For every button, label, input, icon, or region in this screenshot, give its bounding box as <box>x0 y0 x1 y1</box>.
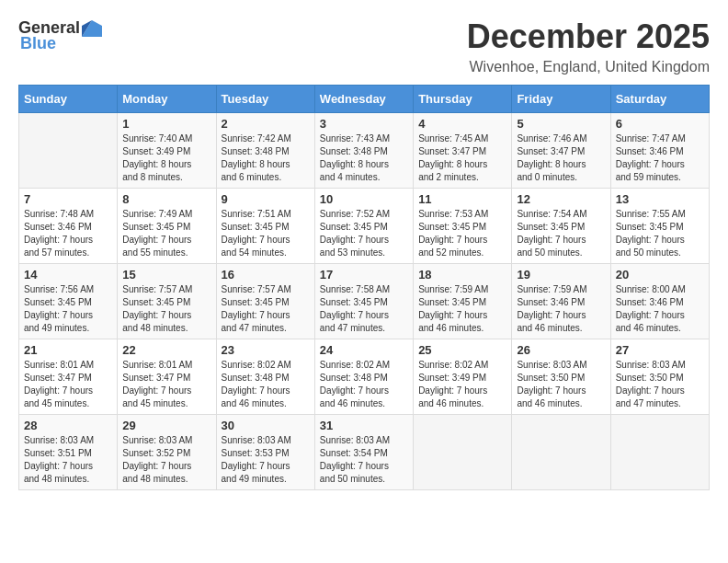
day-info: Sunrise: 7:56 AM Sunset: 3:45 PM Dayligh… <box>24 283 112 335</box>
column-header-friday: Friday <box>512 85 610 112</box>
column-header-monday: Monday <box>118 85 216 112</box>
calendar-cell: 3Sunrise: 7:43 AM Sunset: 3:48 PM Daylig… <box>314 112 413 188</box>
calendar-cell <box>414 414 512 489</box>
calendar-cell: 22Sunrise: 8:01 AM Sunset: 3:47 PM Dayli… <box>118 339 216 414</box>
day-number: 15 <box>122 268 210 282</box>
day-info: Sunrise: 8:01 AM Sunset: 3:47 PM Dayligh… <box>24 359 112 410</box>
day-number: 23 <box>222 343 310 357</box>
column-header-thursday: Thursday <box>414 85 512 112</box>
calendar-cell: 5Sunrise: 7:46 AM Sunset: 3:47 PM Daylig… <box>512 112 610 188</box>
day-number: 30 <box>222 419 310 432</box>
day-number: 12 <box>517 192 605 206</box>
column-header-tuesday: Tuesday <box>216 85 314 112</box>
day-number: 14 <box>24 268 112 282</box>
day-number: 5 <box>517 117 605 131</box>
page-header: General Blue December 2025 Wivenhoe, Eng… <box>18 18 710 75</box>
day-number: 24 <box>320 343 408 357</box>
day-number: 16 <box>222 268 310 282</box>
calendar-week-row: 7Sunrise: 7:48 AM Sunset: 3:46 PM Daylig… <box>19 188 710 263</box>
title-section: December 2025 Wivenhoe, England, United … <box>467 18 710 75</box>
column-header-wednesday: Wednesday <box>314 85 413 112</box>
calendar-cell: 16Sunrise: 7:57 AM Sunset: 3:45 PM Dayli… <box>216 263 314 339</box>
calendar-cell: 20Sunrise: 8:00 AM Sunset: 3:46 PM Dayli… <box>610 263 709 339</box>
calendar-cell: 17Sunrise: 7:58 AM Sunset: 3:45 PM Dayli… <box>314 263 413 339</box>
day-number: 19 <box>517 268 605 282</box>
day-info: Sunrise: 7:43 AM Sunset: 3:48 PM Dayligh… <box>320 132 408 184</box>
calendar-table: SundayMondayTuesdayWednesdayThursdayFrid… <box>18 85 710 490</box>
day-number: 28 <box>24 419 112 432</box>
day-number: 29 <box>122 419 210 432</box>
logo-icon <box>82 20 102 37</box>
day-number: 21 <box>24 343 112 357</box>
day-number: 10 <box>320 192 408 206</box>
calendar-cell: 7Sunrise: 7:48 AM Sunset: 3:46 PM Daylig… <box>19 188 118 263</box>
day-number: 7 <box>24 192 112 206</box>
day-number: 22 <box>122 343 210 357</box>
calendar-cell: 27Sunrise: 8:03 AM Sunset: 3:50 PM Dayli… <box>610 339 709 414</box>
calendar-cell: 29Sunrise: 8:03 AM Sunset: 3:52 PM Dayli… <box>118 414 216 489</box>
day-info: Sunrise: 8:02 AM Sunset: 3:48 PM Dayligh… <box>222 359 310 410</box>
day-info: Sunrise: 8:03 AM Sunset: 3:51 PM Dayligh… <box>24 434 112 486</box>
calendar-cell: 14Sunrise: 7:56 AM Sunset: 3:45 PM Dayli… <box>19 263 118 339</box>
day-info: Sunrise: 7:57 AM Sunset: 3:45 PM Dayligh… <box>222 283 310 335</box>
day-number: 6 <box>616 117 704 131</box>
calendar-week-row: 14Sunrise: 7:56 AM Sunset: 3:45 PM Dayli… <box>19 263 710 339</box>
day-info: Sunrise: 8:02 AM Sunset: 3:48 PM Dayligh… <box>320 359 408 410</box>
calendar-cell: 30Sunrise: 8:03 AM Sunset: 3:53 PM Dayli… <box>216 414 314 489</box>
calendar-week-row: 28Sunrise: 8:03 AM Sunset: 3:51 PM Dayli… <box>19 414 710 489</box>
calendar-cell: 11Sunrise: 7:53 AM Sunset: 3:45 PM Dayli… <box>414 188 512 263</box>
day-number: 3 <box>320 117 408 131</box>
day-info: Sunrise: 8:03 AM Sunset: 3:50 PM Dayligh… <box>517 359 605 410</box>
day-number: 31 <box>320 419 408 432</box>
calendar-cell: 28Sunrise: 8:03 AM Sunset: 3:51 PM Dayli… <box>19 414 118 489</box>
location: Wivenhoe, England, United Kingdom <box>467 59 710 75</box>
day-info: Sunrise: 7:46 AM Sunset: 3:47 PM Dayligh… <box>517 132 605 184</box>
day-info: Sunrise: 7:54 AM Sunset: 3:45 PM Dayligh… <box>517 208 605 259</box>
calendar-cell: 21Sunrise: 8:01 AM Sunset: 3:47 PM Dayli… <box>19 339 118 414</box>
day-info: Sunrise: 7:49 AM Sunset: 3:45 PM Dayligh… <box>122 208 210 259</box>
logo: General Blue <box>18 18 102 53</box>
day-info: Sunrise: 8:03 AM Sunset: 3:52 PM Dayligh… <box>122 434 210 486</box>
day-number: 4 <box>418 117 506 131</box>
calendar-cell: 6Sunrise: 7:47 AM Sunset: 3:46 PM Daylig… <box>610 112 709 188</box>
day-info: Sunrise: 7:57 AM Sunset: 3:45 PM Dayligh… <box>122 283 210 335</box>
calendar-cell <box>610 414 709 489</box>
calendar-cell: 19Sunrise: 7:59 AM Sunset: 3:46 PM Dayli… <box>512 263 610 339</box>
calendar-cell: 10Sunrise: 7:52 AM Sunset: 3:45 PM Dayli… <box>314 188 413 263</box>
day-number: 8 <box>122 192 210 206</box>
day-info: Sunrise: 7:58 AM Sunset: 3:45 PM Dayligh… <box>320 283 408 335</box>
month-title: December 2025 <box>467 18 710 55</box>
day-number: 25 <box>418 343 506 357</box>
calendar-cell: 13Sunrise: 7:55 AM Sunset: 3:45 PM Dayli… <box>610 188 709 263</box>
calendar-cell: 4Sunrise: 7:45 AM Sunset: 3:47 PM Daylig… <box>414 112 512 188</box>
day-info: Sunrise: 8:02 AM Sunset: 3:49 PM Dayligh… <box>418 359 506 410</box>
day-number: 18 <box>418 268 506 282</box>
calendar-cell: 18Sunrise: 7:59 AM Sunset: 3:45 PM Dayli… <box>414 263 512 339</box>
calendar-cell <box>512 414 610 489</box>
day-number: 20 <box>616 268 704 282</box>
calendar-cell: 25Sunrise: 8:02 AM Sunset: 3:49 PM Dayli… <box>414 339 512 414</box>
logo-blue: Blue <box>20 34 56 53</box>
calendar-cell: 2Sunrise: 7:42 AM Sunset: 3:48 PM Daylig… <box>216 112 314 188</box>
day-info: Sunrise: 7:59 AM Sunset: 3:46 PM Dayligh… <box>517 283 605 335</box>
day-info: Sunrise: 8:03 AM Sunset: 3:53 PM Dayligh… <box>222 434 310 486</box>
day-info: Sunrise: 7:53 AM Sunset: 3:45 PM Dayligh… <box>418 208 506 259</box>
day-number: 11 <box>418 192 506 206</box>
calendar-cell: 26Sunrise: 8:03 AM Sunset: 3:50 PM Dayli… <box>512 339 610 414</box>
day-number: 27 <box>616 343 704 357</box>
calendar-cell: 15Sunrise: 7:57 AM Sunset: 3:45 PM Dayli… <box>118 263 216 339</box>
day-info: Sunrise: 8:03 AM Sunset: 3:54 PM Dayligh… <box>320 434 408 486</box>
day-number: 13 <box>616 192 704 206</box>
day-info: Sunrise: 7:47 AM Sunset: 3:46 PM Dayligh… <box>616 132 704 184</box>
calendar-cell: 31Sunrise: 8:03 AM Sunset: 3:54 PM Dayli… <box>314 414 413 489</box>
day-number: 17 <box>320 268 408 282</box>
day-info: Sunrise: 7:48 AM Sunset: 3:46 PM Dayligh… <box>24 208 112 259</box>
day-info: Sunrise: 7:55 AM Sunset: 3:45 PM Dayligh… <box>616 208 704 259</box>
column-header-sunday: Sunday <box>19 85 118 112</box>
day-info: Sunrise: 7:59 AM Sunset: 3:45 PM Dayligh… <box>418 283 506 335</box>
day-number: 1 <box>122 117 210 131</box>
calendar-cell: 9Sunrise: 7:51 AM Sunset: 3:45 PM Daylig… <box>216 188 314 263</box>
calendar-cell: 8Sunrise: 7:49 AM Sunset: 3:45 PM Daylig… <box>118 188 216 263</box>
day-info: Sunrise: 7:45 AM Sunset: 3:47 PM Dayligh… <box>418 132 506 184</box>
day-info: Sunrise: 7:51 AM Sunset: 3:45 PM Dayligh… <box>222 208 310 259</box>
